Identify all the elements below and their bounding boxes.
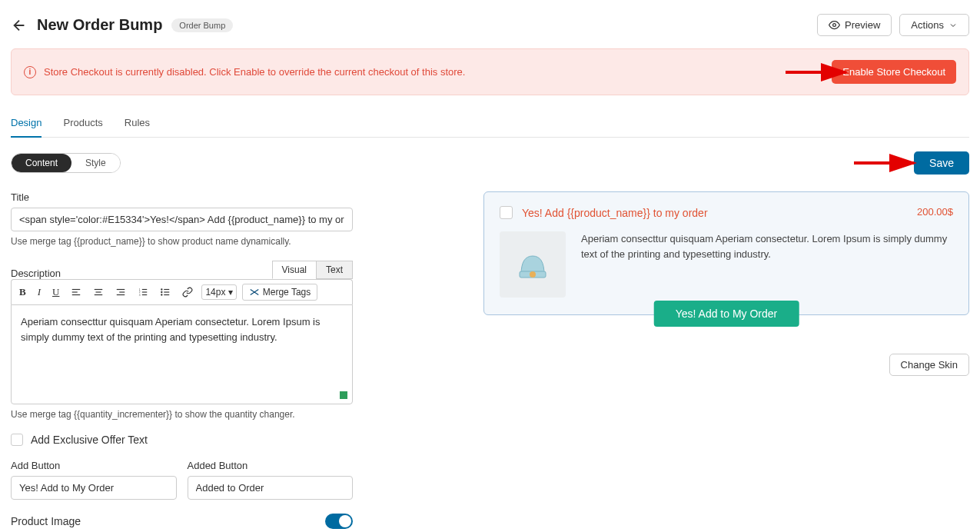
description-editor[interactable]: Aperiam consecttur quisquam Aperiam cons…	[11, 304, 353, 404]
title-label: Title	[11, 191, 353, 203]
title-input[interactable]	[11, 208, 353, 231]
align-left-button[interactable]	[68, 285, 85, 299]
align-center-button[interactable]	[90, 285, 107, 299]
beanie-icon	[513, 245, 552, 284]
annotation-arrow-icon	[852, 152, 922, 174]
enable-checkout-button[interactable]: Enable Store Checkout	[832, 60, 956, 84]
add-button-label: Add Button	[11, 460, 177, 471]
description-label: Description	[11, 268, 61, 279]
bold-button[interactable]: B	[16, 284, 29, 300]
info-icon: i	[24, 66, 36, 78]
description-hint: Use merge tag {{quantity_incrementer}} t…	[11, 409, 353, 420]
font-size-select[interactable]: 14px ▾	[201, 284, 236, 300]
change-skin-button[interactable]: Change Skin	[889, 354, 969, 376]
preview-price: 200.00$	[917, 206, 953, 218]
pill-style[interactable]: Style	[71, 154, 120, 172]
editor-tab-visual[interactable]: Visual	[272, 261, 316, 279]
actions-button[interactable]: Actions	[899, 14, 969, 36]
svg-point-0	[833, 24, 836, 27]
chevron-down-icon	[948, 21, 958, 30]
exclusive-offer-checkbox[interactable]	[11, 434, 23, 446]
content-style-toggle: Content Style	[11, 153, 121, 173]
actions-button-label: Actions	[911, 19, 944, 31]
preview-title: Yes! Add {{product_name}} to my order	[522, 207, 708, 219]
preview-card: Yes! Add {{product_name}} to my order 20…	[483, 191, 969, 315]
tab-products[interactable]: Products	[63, 117, 102, 137]
merge-icon	[249, 287, 260, 298]
preview-checkbox[interactable]	[500, 206, 513, 219]
nav-tabs: Design Products Rules	[11, 117, 969, 138]
alert-banner: i Store Checkout is currently disabled. …	[11, 48, 969, 95]
link-button[interactable]	[179, 285, 196, 299]
svg-point-25	[530, 271, 536, 278]
title-hint: Use merge tag {{product_name}} to show p…	[11, 236, 353, 247]
italic-button[interactable]: I	[35, 284, 44, 300]
underline-button[interactable]: U	[49, 284, 62, 300]
editor-toolbar: B I U 123 14px ▾ Merge Tags	[11, 279, 353, 304]
preview-button[interactable]: Preview	[817, 14, 892, 36]
added-button-input[interactable]	[188, 476, 354, 500]
add-button-input[interactable]	[11, 476, 177, 500]
added-button-label: Added Button	[188, 460, 354, 471]
align-right-button[interactable]	[112, 285, 129, 299]
svg-point-21	[161, 289, 162, 290]
tab-design[interactable]: Design	[11, 117, 42, 138]
page-title: New Order Bump	[37, 16, 162, 34]
product-image-toggle[interactable]	[325, 514, 353, 529]
merge-tags-button[interactable]: Merge Tags	[242, 284, 317, 301]
save-button[interactable]: Save	[914, 151, 969, 175]
preview-button-label: Preview	[845, 19, 880, 31]
preview-description: Aperiam consecttur quisquam Aperiam cons…	[581, 231, 953, 298]
preview-cta-button[interactable]: Yes! Add to My Order	[654, 301, 799, 327]
resize-handle[interactable]	[340, 391, 347, 399]
unordered-list-button[interactable]	[157, 285, 174, 299]
pill-content[interactable]: Content	[12, 154, 71, 172]
back-arrow-icon[interactable]	[11, 17, 28, 34]
preview-product-image	[500, 231, 566, 298]
editor-tab-text[interactable]: Text	[316, 261, 353, 279]
product-image-label: Product Image	[11, 515, 81, 527]
tab-rules[interactable]: Rules	[125, 117, 150, 137]
eye-icon	[829, 19, 840, 31]
svg-point-22	[161, 291, 162, 292]
type-badge: Order Bump	[171, 18, 233, 32]
alert-text: Store Checkout is currently disabled. Cl…	[44, 66, 465, 78]
svg-text:3: 3	[139, 294, 141, 297]
svg-point-23	[161, 294, 162, 295]
exclusive-offer-label: Add Exclusive Offer Text	[31, 434, 148, 446]
ordered-list-button[interactable]: 123	[135, 285, 151, 299]
